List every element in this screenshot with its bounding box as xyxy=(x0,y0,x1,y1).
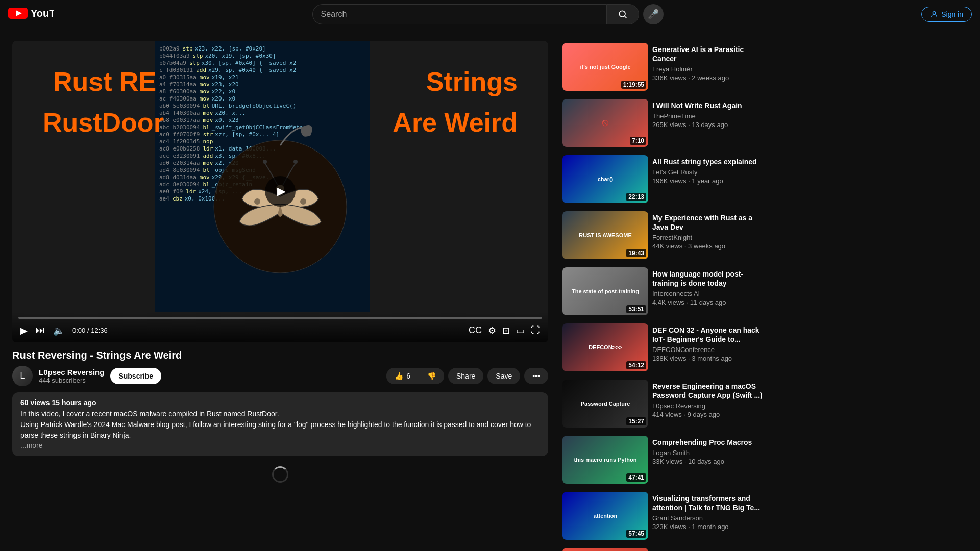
sidebar-card[interactable]: RUST IS AWESOME 19:43 My Experience with… xyxy=(560,209,766,261)
video-thumbnail: it's not just Google 1:19:55 xyxy=(562,43,648,91)
youtube-icon: YouTube JP xyxy=(8,6,54,23)
share-button[interactable]: Share xyxy=(448,368,483,384)
sidebar-video-title: Visualizing transformers and attention |… xyxy=(652,494,764,512)
header: YouTube JP 🎤 Sign in xyxy=(0,0,980,29)
controls-row: ▶ ⏭ 🔈 0:00 / 12:36 CC ⚙ ⊡ ▭ xyxy=(18,323,542,338)
sidebar-channel: Logan Smith xyxy=(652,449,764,457)
sidebar-meta: 196K views · 1 year ago xyxy=(652,177,764,185)
sidebar-card[interactable]: 🚫 7:10 I Will Not Write Rust Again ThePr… xyxy=(560,97,766,149)
channel-info: L0psec Reversing 444 subscribers xyxy=(39,368,104,384)
sidebar-video-title: How language model post-training is done… xyxy=(652,269,764,288)
video-title: Rust Reversing - Strings Are Weird xyxy=(12,348,548,362)
action-buttons: 👍 6 👎 Share Save ••• xyxy=(386,368,548,384)
channel-left: L L0psec Reversing 444 subscribers Subsc… xyxy=(12,366,161,386)
sidebar-meta: 414 views · 9 days ago xyxy=(652,411,764,418)
svg-text:YouTube: YouTube xyxy=(31,8,54,19)
channel-name[interactable]: L0psec Reversing xyxy=(39,368,104,377)
logo-area: YouTube JP xyxy=(8,6,54,23)
sidebar-card[interactable]: this macro runs Python 47:41 Comprehendi… xyxy=(560,434,766,486)
subscribe-button[interactable]: Subscribe xyxy=(110,368,161,384)
more-button[interactable]: ••• xyxy=(524,368,548,384)
theater-button[interactable]: ▭ xyxy=(514,323,527,338)
video-player[interactable]: b002a9stpx23, x22, [sp, #0x20] b044f03a9… xyxy=(12,41,548,342)
sidebar-video-title: I Will Not Write Rust Again xyxy=(652,101,764,110)
next-button[interactable]: ⏭ xyxy=(34,323,47,338)
svg-point-4 xyxy=(619,11,625,17)
sidebar-card[interactable]: attention 57:45 Visualizing transformers… xyxy=(560,490,766,542)
video-text-weird: Are Weird xyxy=(393,107,518,138)
video-duration: 57:45 xyxy=(626,530,646,538)
settings-button[interactable]: ⚙ xyxy=(486,323,498,338)
mic-button[interactable]: 🎤 xyxy=(643,4,664,24)
sidebar-video-info: DEF CON 32 - Anyone can hack IoT- Beginn… xyxy=(652,323,764,371)
sidebar-card[interactable]: DEFCON>>> 54:12 DEF CON 32 - Anyone can … xyxy=(560,321,766,373)
sidebar-channel: Grant Sanderson xyxy=(652,514,764,522)
controls-right: CC ⚙ ⊡ ▭ ⛶ xyxy=(467,323,542,338)
sidebar-video-info: why don't signals work in docker? anthon… xyxy=(652,548,764,551)
spinner-circle xyxy=(272,466,288,483)
sidebar-channel: Let's Get Rusty xyxy=(652,168,764,176)
video-thumbnail: 🚫 7:10 xyxy=(562,99,648,147)
sidebar-video-info: Visualizing transformers and attention |… xyxy=(652,492,764,540)
youtube-logo[interactable]: YouTube JP xyxy=(8,6,54,23)
time-display: 0:00 / 12:36 xyxy=(72,327,108,334)
sidebar-video-info: Comprehending Proc Macros Logan Smith 33… xyxy=(652,436,764,484)
sidebar-channel: ForrestKnight xyxy=(652,234,764,241)
dislike-button[interactable]: 👎 xyxy=(419,368,444,384)
sidebar-video-info: All Rust string types explained Let's Ge… xyxy=(652,155,764,203)
sidebar-card[interactable]: Password Capture 15:27 Reverse Engineeri… xyxy=(560,378,766,430)
sidebar-channel: ThePrimeTime xyxy=(652,112,764,120)
sidebar-card[interactable]: char() 22:13 All Rust string types expla… xyxy=(560,153,766,205)
sidebar-channel: Freya Holmér xyxy=(652,65,764,73)
sidebar-meta: 323K views · 1 month ago xyxy=(652,523,764,531)
video-thumbnail: char() 22:13 xyxy=(562,155,648,203)
svg-point-10 xyxy=(254,198,260,205)
sidebar-video-title: Generative AI is a Parasitic Cancer xyxy=(652,45,764,63)
sidebar-meta: 4.4K views · 11 days ago xyxy=(652,298,764,306)
miniplayer-button[interactable]: ⊡ xyxy=(500,323,512,338)
video-thumbnail: this macro runs Python 47:41 xyxy=(562,436,648,484)
sidebar-meta: 33K views · 10 days ago xyxy=(652,458,764,465)
like-button[interactable]: 👍 6 xyxy=(386,368,419,384)
search-input[interactable] xyxy=(312,4,606,24)
video-controls: ▶ ⏭ 🔈 0:00 / 12:36 CC ⚙ ⊡ ▭ xyxy=(12,313,548,342)
sign-in-button[interactable]: Sign in xyxy=(921,7,972,22)
video-thumbnail: The state of post-training 53:51 xyxy=(562,267,648,315)
video-duration: 54:12 xyxy=(626,361,646,369)
video-stats: 60 views 15 hours ago xyxy=(20,398,540,407)
sidebar-channel: DEFCONConference xyxy=(652,346,764,354)
svg-point-12 xyxy=(263,160,267,164)
video-duration: 53:51 xyxy=(626,305,646,313)
sidebar-card[interactable]: The state of post-training 53:51 How lan… xyxy=(560,265,766,317)
subtitles-button[interactable]: CC xyxy=(467,323,484,338)
sidebar-video-title: My Experience with Rust as a Java Dev xyxy=(652,213,764,232)
progress-bar[interactable] xyxy=(18,317,542,319)
sidebar-video-info: Generative AI is a Parasitic Cancer Frey… xyxy=(652,43,764,91)
fullscreen-button[interactable]: ⛶ xyxy=(529,323,542,338)
video-text-strings: Strings xyxy=(426,66,518,97)
video-player-inner: b002a9stpx23, x22, [sp, #0x20] b044f03a9… xyxy=(12,41,548,342)
sidebar-channel: Interconnects AI xyxy=(652,290,764,297)
loading-spinner xyxy=(12,456,548,493)
svg-text:JP: JP xyxy=(53,7,54,12)
video-thumbnail: RUST IS AWESOME 19:43 xyxy=(562,211,648,259)
search-button[interactable] xyxy=(606,4,639,24)
sidebar-card[interactable]: SIGTERM ! why don't signals work in dock… xyxy=(560,546,766,551)
save-button[interactable]: Save xyxy=(487,368,520,384)
play-pause-button[interactable]: ▶ xyxy=(18,323,30,338)
channel-avatar[interactable]: L xyxy=(12,366,33,386)
play-button-overlay[interactable] xyxy=(265,176,296,207)
description-more[interactable]: ...more xyxy=(20,441,43,449)
like-dislike-group: 👍 6 👎 xyxy=(386,368,444,384)
sidebar-video-info: How language model post-training is done… xyxy=(652,267,764,315)
svg-point-13 xyxy=(293,160,298,164)
sidebar-card[interactable]: it's not just Google 1:19:55 Generative … xyxy=(560,41,766,93)
video-duration: 15:27 xyxy=(626,417,646,425)
video-section: b002a9stpx23, x22, [sp, #0x20] b044f03a9… xyxy=(12,41,548,551)
sidebar-video-title: Reverse Engineering a macOS Password Cap… xyxy=(652,382,764,400)
sidebar-video-info: I Will Not Write Rust Again ThePrimeTime… xyxy=(652,99,764,147)
sidebar-meta: 138K views · 3 months ago xyxy=(652,355,764,362)
sidebar-video-info: My Experience with Rust as a Java Dev Fo… xyxy=(652,211,764,259)
volume-button[interactable]: 🔈 xyxy=(51,323,66,338)
svg-point-11 xyxy=(300,198,306,205)
